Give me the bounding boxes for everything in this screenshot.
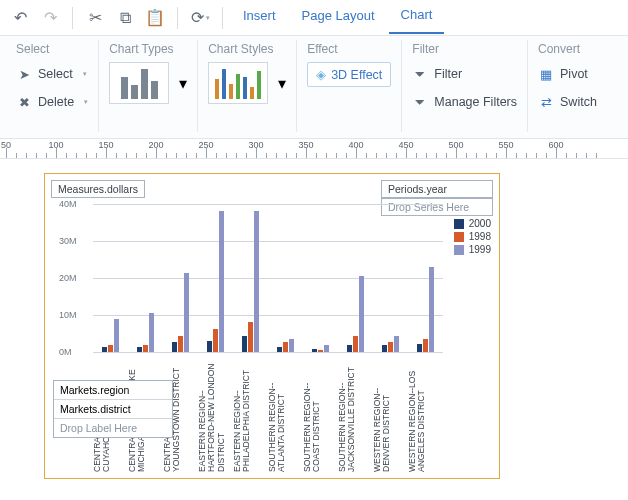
- bar-cluster: [128, 313, 163, 352]
- ribbon-group-chart-types: Chart Types ▾: [99, 40, 198, 132]
- legend: 200019981999: [454, 218, 491, 257]
- cursor-icon: ➤: [16, 67, 32, 82]
- bar: [219, 211, 224, 352]
- quick-access-toolbar: ↶ ↷ ✂ ⧉ 📋 ⟳ Insert Page Layout Chart: [0, 0, 628, 36]
- bar: [137, 347, 142, 352]
- bar: [347, 345, 352, 352]
- bar: [254, 211, 259, 352]
- bar-cluster: [198, 211, 233, 352]
- chart-type-thumb[interactable]: [109, 62, 169, 104]
- filter-button[interactable]: ⏷Filter: [412, 62, 517, 86]
- bar: [312, 349, 317, 352]
- pivot-icon: ▦: [538, 67, 554, 82]
- ribbon-title: Chart Styles: [208, 40, 286, 56]
- bar: [417, 344, 422, 352]
- delete-icon: ✖: [16, 95, 32, 110]
- x-tick-label: EASTERN REGION--PHILADELPHIA DISTRICT: [233, 354, 268, 472]
- bar: [353, 336, 358, 352]
- legend-item: 2000: [454, 218, 491, 229]
- bar: [318, 350, 323, 352]
- cut-icon[interactable]: ✂: [81, 4, 109, 32]
- dimension-stack[interactable]: Markets.region Markets.district Drop Lab…: [53, 380, 173, 438]
- bar: [283, 342, 288, 352]
- bar: [114, 319, 119, 352]
- bar: [289, 339, 294, 352]
- region-pill[interactable]: Markets.region: [54, 381, 172, 400]
- 3d-effect-button[interactable]: ◈3D Effect: [307, 62, 391, 87]
- pivot-button[interactable]: ▦Pivot: [538, 62, 597, 86]
- tab-chart[interactable]: Chart: [389, 1, 445, 34]
- bar: [388, 342, 393, 352]
- period-pill[interactable]: Periods.year: [381, 180, 493, 198]
- x-tick-label: SOUTHERN REGION--ATLANTA DISTRICT: [268, 354, 303, 472]
- x-tick-label: SOUTHERN REGION--JACKSONVILLE DISTRICT: [338, 354, 373, 472]
- ribbon-title: Effect: [307, 40, 391, 56]
- ribbon-group-chart-styles: Chart Styles ▾: [198, 40, 297, 132]
- bar: [143, 345, 148, 352]
- switch-icon: ⇄: [538, 95, 554, 110]
- bar-cluster: [93, 319, 128, 352]
- bar: [382, 345, 387, 352]
- select-button[interactable]: ➤Select▾: [16, 62, 88, 86]
- bar: [277, 347, 282, 352]
- bar: [324, 345, 329, 352]
- undo-icon[interactable]: ↶: [6, 4, 34, 32]
- design-canvas: Measures.dollars Periods.year Drop Serie…: [0, 159, 628, 500]
- tab-insert[interactable]: Insert: [231, 2, 288, 33]
- bar-cluster: [233, 211, 268, 352]
- bar: [429, 267, 434, 353]
- ribbon-group-filter: Filter ⏷Filter ⏷Manage Filters: [402, 40, 528, 132]
- copy-icon[interactable]: ⧉: [111, 4, 139, 32]
- bar: [207, 341, 212, 353]
- bar: [102, 347, 107, 352]
- x-tick-label: SOUTHERN REGION--COAST DISTRICT: [303, 354, 338, 472]
- ribbon-title: Convert: [538, 40, 597, 56]
- x-tick-label: EASTERN REGION--HARTFORD-NEW LONDON DIST…: [198, 354, 233, 472]
- ribbon-group-effect: Effect ◈3D Effect: [297, 40, 402, 132]
- x-tick-label: WESTERN REGION--LOS ANGELES DISTRICT: [408, 354, 443, 472]
- horizontal-ruler: 50100150200250300350400450500550600: [0, 139, 628, 159]
- paste-icon[interactable]: 📋: [141, 4, 169, 32]
- refresh-icon[interactable]: ⟳: [186, 4, 214, 32]
- cube-icon: ◈: [316, 67, 326, 82]
- manage-filters-button[interactable]: ⏷Manage Filters: [412, 90, 517, 114]
- ribbon: Select ➤Select▾ ✖Delete▾ Chart Types ▾ C…: [0, 36, 628, 139]
- district-pill[interactable]: Markets.district: [54, 400, 172, 419]
- ribbon-group-select: Select ➤Select▾ ✖Delete▾: [6, 40, 99, 132]
- bar-cluster: [268, 339, 303, 352]
- bar: [213, 329, 218, 352]
- switch-button[interactable]: ⇄Switch: [538, 90, 597, 114]
- chart-plot: 0M10M20M30M40M: [93, 204, 443, 352]
- ribbon-title: Select: [16, 40, 88, 56]
- redo-icon[interactable]: ↷: [36, 4, 64, 32]
- bar-cluster: [338, 276, 373, 352]
- bar: [184, 273, 189, 352]
- delete-button[interactable]: ✖Delete▾: [16, 90, 88, 114]
- x-tick-label: WESTERN REGION--DENVER DISTRICT: [373, 354, 408, 472]
- chart-frame[interactable]: Measures.dollars Periods.year Drop Serie…: [44, 173, 500, 479]
- chart-style-thumb[interactable]: [208, 62, 268, 104]
- drop-label-zone[interactable]: Drop Label Here: [54, 419, 172, 437]
- funnel-icon: ⏷: [412, 67, 428, 81]
- legend-item: 1999: [454, 244, 491, 255]
- ribbon-title: Filter: [412, 40, 517, 56]
- tab-page-layout[interactable]: Page Layout: [290, 2, 387, 33]
- bar: [178, 336, 183, 352]
- bar: [108, 345, 113, 352]
- legend-item: 1998: [454, 231, 491, 242]
- bar: [423, 339, 428, 352]
- bar-cluster: [163, 273, 198, 352]
- measure-pill[interactable]: Measures.dollars: [51, 180, 145, 198]
- ribbon-group-convert: Convert ▦Pivot ⇄Switch: [528, 40, 607, 132]
- bar-cluster: [303, 345, 338, 352]
- bar-cluster: [408, 267, 443, 353]
- ribbon-title: Chart Types: [109, 40, 187, 56]
- bar: [172, 342, 177, 352]
- bar-cluster: [373, 336, 408, 352]
- bar: [149, 313, 154, 352]
- bar: [359, 276, 364, 352]
- bar: [242, 336, 247, 352]
- bar: [394, 336, 399, 352]
- bar: [248, 322, 253, 352]
- filters-icon: ⏷: [412, 95, 428, 109]
